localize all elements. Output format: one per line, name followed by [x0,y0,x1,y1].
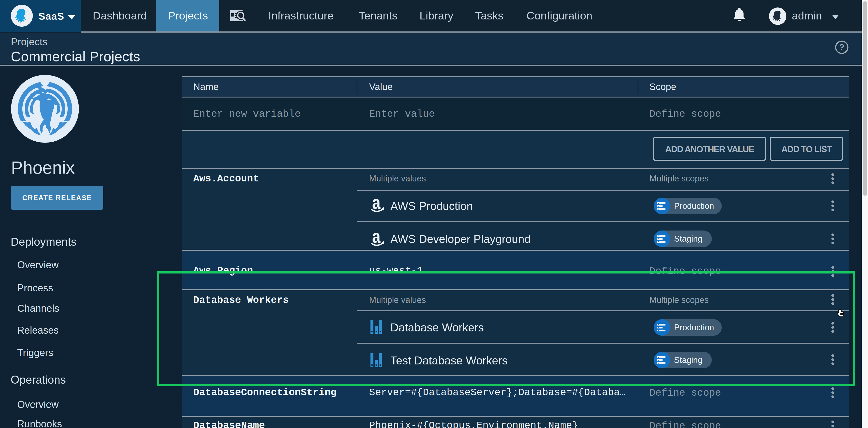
svg-text:?: ? [839,42,844,52]
